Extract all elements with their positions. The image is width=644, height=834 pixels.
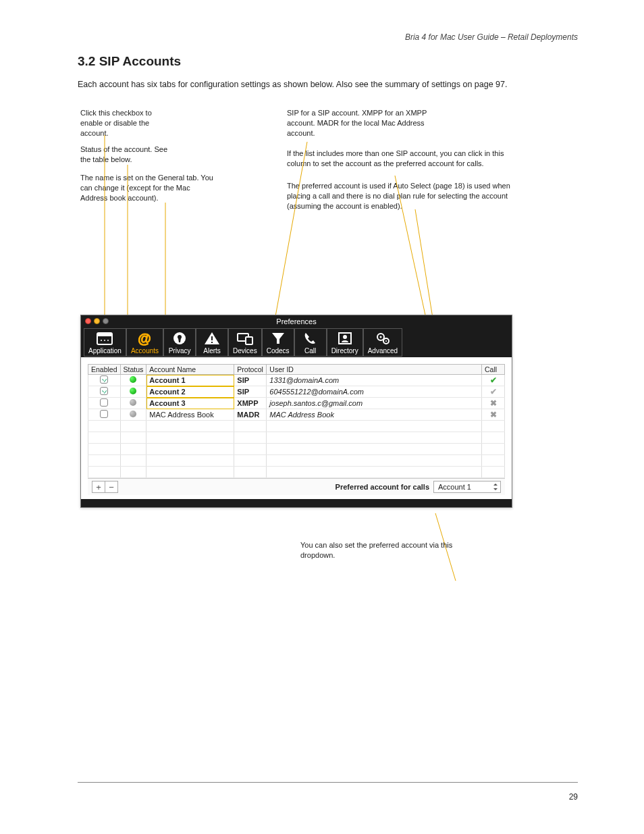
doc-header: Bria 4 for Mac User Guide – Retail Deplo… [405, 32, 578, 42]
tab-application[interactable]: Application [84, 329, 126, 356]
tab-directory[interactable]: Directory [327, 329, 363, 356]
person-icon [336, 330, 354, 346]
col-call[interactable]: Call [482, 365, 505, 375]
table-row-empty [88, 455, 505, 467]
keyhole-icon [170, 330, 189, 346]
col-protocol[interactable]: Protocol [234, 365, 267, 375]
protocol-cell: XMPP [234, 398, 267, 409]
add-account-button[interactable]: + [92, 481, 105, 493]
prefs-toolbar: Application@AccountsPrivacyAlertsDevices… [81, 328, 512, 357]
tab-alerts[interactable]: Alerts [196, 329, 227, 356]
window-titlebar: Preferences [81, 315, 512, 328]
x-icon: ✖ [490, 398, 497, 408]
preferred-label: Preferred account for calls [336, 483, 429, 491]
table-row[interactable]: Account 3XMPPjoseph.santos.c@gmail.com✖ [88, 398, 505, 409]
phone-icon [301, 330, 320, 346]
account-name-cell[interactable]: Account 2 [146, 386, 234, 398]
zoom-button[interactable] [103, 318, 109, 324]
account-name-cell[interactable]: MAC Address Book [146, 409, 234, 421]
callout-name: The name is set on the General tab. You … [80, 173, 215, 203]
table-row[interactable]: Account 1SIP1331@domainA.com✔ [88, 375, 505, 386]
status-indicator [130, 376, 136, 383]
status-indicator [130, 411, 136, 417]
protocol-cell: MADR [234, 409, 267, 421]
svg-point-20 [343, 335, 347, 339]
user-id-cell: 1331@domainA.com [267, 375, 482, 386]
account-name-cell[interactable]: Account 1 [146, 375, 234, 386]
svg-rect-15 [211, 336, 213, 340]
enabled-checkbox[interactable] [100, 375, 108, 384]
close-button[interactable] [85, 318, 91, 324]
tab-label: Codecs [267, 347, 290, 355]
accounts-table: Enabled Status Account Name Protocol Use… [88, 364, 505, 478]
remove-account-button[interactable]: − [105, 481, 118, 493]
warn-icon [203, 330, 221, 346]
preferences-window: Preferences Application@AccountsPrivacyA… [80, 315, 512, 508]
table-row-empty [88, 467, 505, 478]
call-cell[interactable]: ✖ [482, 398, 505, 409]
section-heading: 3.2 SIP Accounts [78, 54, 578, 69]
svg-point-24 [385, 340, 387, 342]
callout-status: Status of the account. See the table bel… [80, 145, 175, 165]
tab-label: Privacy [169, 347, 191, 355]
tab-label: Call [304, 347, 316, 355]
tab-privacy[interactable]: Privacy [164, 329, 195, 356]
traffic-lights [85, 318, 109, 324]
svg-rect-8 [97, 333, 112, 336]
col-name[interactable]: Account Name [146, 365, 234, 375]
callout-dropdown: You can also set the preferred account v… [300, 540, 476, 561]
tab-label: Alerts [203, 347, 221, 355]
callout-enable: Click this checkbox to enable or disable… [80, 108, 161, 138]
protocol-cell: SIP [234, 386, 267, 398]
tab-label: Directory [331, 347, 358, 355]
preferred-account-dropdown[interactable]: Account 1 [433, 481, 501, 493]
svg-rect-16 [211, 342, 213, 343]
table-row[interactable]: Account 2SIP6045551212@domainA.com✔ [88, 386, 505, 398]
table-footer: + − Preferred account for calls Account … [88, 478, 505, 495]
tab-label: Application [88, 347, 122, 355]
svg-rect-18 [246, 337, 252, 344]
svg-point-11 [107, 340, 109, 341]
svg-point-9 [101, 340, 102, 341]
page-footer-rule [78, 782, 578, 783]
table-row-empty [88, 444, 505, 455]
calendar-icon [95, 330, 114, 346]
intro-paragraph: Each account has six tabs for configurat… [78, 78, 578, 90]
preferred-account-value: Account 1 [438, 483, 471, 491]
enabled-checkbox[interactable] [100, 410, 108, 418]
tab-devices[interactable]: Devices [229, 329, 261, 356]
enabled-checkbox[interactable] [100, 387, 108, 395]
table-row-empty [88, 421, 505, 432]
callout-preferred: The preferred account is used if Auto Se… [287, 181, 530, 211]
table-row-empty [88, 432, 505, 444]
protocol-cell: SIP [234, 375, 267, 386]
funnel-icon [269, 330, 288, 346]
col-user[interactable]: User ID [267, 365, 482, 375]
tab-label: Devices [233, 347, 257, 355]
tab-label: Accounts [131, 347, 159, 355]
tab-call[interactable]: Call [295, 329, 326, 356]
window-title: Preferences [276, 317, 316, 325]
tab-codecs[interactable]: Codecs [263, 329, 294, 356]
col-status[interactable]: Status [120, 365, 146, 375]
status-indicator [130, 399, 136, 406]
at-icon: @ [135, 330, 154, 346]
check-icon: ✔ [490, 387, 497, 396]
call-cell[interactable]: ✖ [482, 409, 505, 421]
call-cell[interactable]: ✔ [482, 386, 505, 398]
minimize-button[interactable] [94, 318, 100, 324]
call-cell[interactable]: ✔ [482, 375, 505, 386]
page-number: 29 [569, 792, 578, 802]
tab-advanced[interactable]: Advanced [364, 329, 402, 356]
callout-call-col: If the list includes more than one SIP a… [287, 149, 510, 169]
user-id-cell: MAC Address Book [267, 409, 482, 421]
status-indicator [130, 388, 136, 394]
table-row[interactable]: MAC Address BookMADRMAC Address Book✖ [88, 409, 505, 421]
tab-accounts[interactable]: @Accounts [127, 329, 163, 356]
check-icon: ✔ [490, 375, 497, 385]
x-icon: ✖ [490, 410, 497, 419]
enabled-checkbox[interactable] [100, 398, 108, 407]
account-name-cell[interactable]: Account 3 [146, 398, 234, 409]
col-enabled[interactable]: Enabled [88, 365, 121, 375]
user-id-cell: joseph.santos.c@gmail.com [267, 398, 482, 409]
